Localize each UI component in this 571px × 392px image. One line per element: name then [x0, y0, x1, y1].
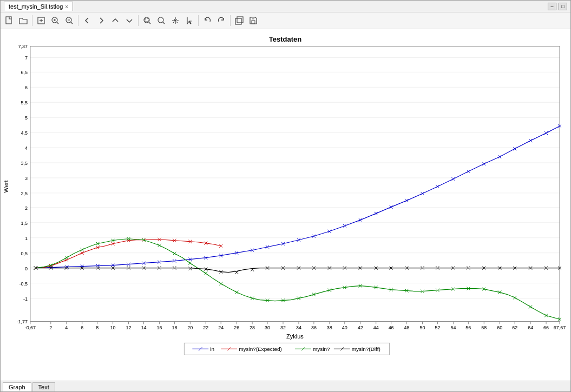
svg-text:3: 3 — [25, 176, 28, 181]
tab-graph[interactable]: Graph — [3, 382, 31, 391]
svg-line-9 — [71, 22, 73, 24]
svg-text:0: 0 — [25, 266, 28, 271]
svg-text:60: 60 — [497, 325, 502, 330]
svg-text:48: 48 — [404, 325, 410, 330]
copy-image-button[interactable] — [233, 14, 246, 27]
svg-text:14: 14 — [141, 325, 147, 330]
svg-rect-19 — [252, 21, 255, 24]
title-bar: test_mysin_Sil.tstlog × – □ — [1, 1, 570, 12]
svg-text:-1,77: -1,77 — [16, 319, 27, 324]
svg-text:52: 52 — [435, 325, 440, 330]
svg-text:67,67: 67,67 — [554, 325, 566, 330]
svg-text:1: 1 — [25, 236, 28, 241]
svg-text:3,5: 3,5 — [21, 161, 27, 166]
title-tab[interactable]: test_mysin_Sil.tstlog × — [4, 2, 73, 11]
svg-text:6: 6 — [81, 325, 83, 330]
chart-area: Testdaten Wert 7,37 7 — [1, 29, 570, 381]
svg-text:18: 18 — [172, 325, 177, 330]
svg-text:-0,67: -0,67 — [25, 325, 36, 330]
svg-text:7: 7 — [25, 55, 28, 61]
svg-text:Zyklus: Zyklus — [286, 333, 304, 340]
svg-text:4: 4 — [25, 145, 28, 151]
open-button[interactable] — [17, 14, 30, 27]
svg-text:mysin?: mysin? — [313, 346, 330, 352]
svg-text:64: 64 — [528, 325, 533, 330]
svg-line-15 — [163, 22, 165, 24]
svg-text:4,5: 4,5 — [21, 130, 27, 136]
toolbar — [1, 12, 570, 29]
svg-text:mysin?(Diff): mysin?(Diff) — [352, 346, 380, 352]
svg-text:50: 50 — [420, 325, 425, 330]
zoom-out-button[interactable] — [63, 14, 76, 27]
new-button[interactable] — [3, 14, 16, 27]
svg-text:6: 6 — [25, 85, 28, 90]
svg-text:5: 5 — [25, 115, 28, 121]
svg-text:40: 40 — [342, 325, 347, 330]
save-image-button[interactable] — [247, 14, 260, 27]
scroll-right-button[interactable] — [95, 14, 108, 27]
svg-line-12 — [149, 22, 150, 24]
svg-rect-0 — [6, 17, 11, 24]
toolbar-separator-2 — [78, 15, 78, 26]
scroll-left-button[interactable] — [81, 14, 94, 27]
svg-text:6,5: 6,5 — [21, 70, 27, 75]
chart-svg: Testdaten Wert 7,37 7 — [1, 29, 570, 381]
svg-text:12: 12 — [126, 325, 132, 330]
svg-text:mysin?(Expected): mysin?(Expected) — [239, 346, 282, 352]
scroll-up-button[interactable] — [109, 14, 122, 27]
svg-text:36: 36 — [311, 325, 317, 330]
svg-text:-1: -1 — [23, 296, 28, 302]
bottom-tabs: Graph Text — [1, 381, 570, 391]
maximize-button[interactable]: □ — [559, 3, 567, 10]
svg-text:56: 56 — [465, 325, 471, 330]
svg-text:0,5: 0,5 — [21, 251, 27, 256]
svg-text:4: 4 — [65, 325, 68, 330]
svg-text:44: 44 — [373, 325, 379, 330]
chart-container[interactable]: Testdaten Wert 7,37 7 — [1, 29, 570, 381]
undo-button[interactable] — [201, 14, 214, 27]
scroll-down-button[interactable] — [123, 14, 136, 27]
svg-point-16 — [174, 19, 176, 22]
svg-text:58: 58 — [481, 325, 487, 330]
redo-button[interactable] — [215, 14, 228, 27]
tab-close-icon[interactable]: × — [65, 4, 68, 10]
zoom-in-button[interactable] — [49, 14, 62, 27]
zoom-out-full-button[interactable] — [155, 14, 168, 27]
svg-text:5,5: 5,5 — [21, 100, 27, 105]
fit-button[interactable] — [35, 14, 48, 27]
toolbar-separator-5 — [230, 15, 231, 26]
svg-text:7,37: 7,37 — [18, 44, 27, 49]
svg-text:-0,5: -0,5 — [19, 281, 27, 287]
svg-text:2,5: 2,5 — [21, 191, 27, 196]
select-button[interactable] — [183, 14, 196, 27]
svg-rect-20 — [252, 17, 254, 19]
svg-text:10: 10 — [110, 325, 116, 330]
svg-text:16: 16 — [156, 325, 162, 330]
svg-text:32: 32 — [280, 325, 286, 330]
svg-text:30: 30 — [265, 325, 270, 330]
svg-text:Testdaten: Testdaten — [269, 35, 301, 43]
pan-button[interactable] — [169, 14, 182, 27]
svg-text:22: 22 — [203, 325, 208, 330]
window-controls: – □ — [548, 3, 567, 10]
svg-text:46: 46 — [389, 325, 394, 330]
svg-text:42: 42 — [358, 325, 363, 330]
toolbar-separator-1 — [32, 15, 32, 26]
svg-text:66: 66 — [543, 325, 549, 330]
svg-rect-13 — [145, 18, 148, 22]
tab-text[interactable]: Text — [32, 382, 55, 391]
svg-line-5 — [57, 22, 58, 24]
svg-text:34: 34 — [296, 325, 301, 330]
svg-text:26: 26 — [234, 325, 239, 330]
svg-text:38: 38 — [327, 325, 332, 330]
svg-text:8: 8 — [96, 325, 99, 330]
toolbar-separator-3 — [138, 15, 139, 26]
svg-text:2: 2 — [25, 205, 28, 211]
svg-text:Wert: Wert — [3, 180, 9, 192]
svg-point-14 — [158, 17, 163, 23]
main-window: test_mysin_Sil.tstlog × – □ — [0, 0, 571, 392]
minimize-button[interactable]: – — [548, 3, 556, 10]
zoom-region-button[interactable] — [141, 14, 154, 27]
svg-text:20: 20 — [187, 325, 193, 330]
svg-text:54: 54 — [450, 325, 456, 330]
